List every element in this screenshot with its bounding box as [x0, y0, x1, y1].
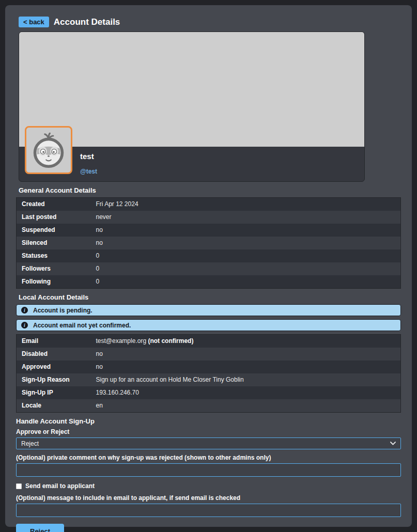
reject-button[interactable]: Reject [16, 524, 64, 532]
table-row: CreatedFri Apr 12 2024 [17, 198, 401, 211]
row-value: en [94, 399, 401, 413]
row-value: no [94, 361, 401, 373]
row-value: 0 [94, 275, 401, 289]
table-row: Approvedno [17, 361, 401, 373]
avatar[interactable] [25, 126, 72, 174]
page-title: Account Details [54, 17, 120, 27]
approve-reject-select[interactable]: Reject [16, 437, 401, 449]
back-button[interactable]: < back [19, 17, 49, 27]
display-name: test [80, 152, 97, 161]
profile-names: test @test [80, 152, 97, 176]
send-email-checkbox[interactable] [16, 483, 22, 489]
row-label: Last posted [17, 211, 94, 224]
account-details-panel: < back Account Details [5, 5, 412, 527]
table-row: Sign-Up IP193.160.246.70 [17, 386, 401, 399]
chevron-down-icon [390, 442, 396, 445]
table-row: Suspendedno [17, 224, 401, 237]
row-label: Statuses [17, 249, 94, 262]
row-value: test@example.org (not confirmed) [94, 335, 401, 348]
row-label: Disabled [17, 348, 94, 361]
row-label: Created [17, 198, 94, 211]
header: < back Account Details [19, 17, 401, 27]
row-value: 0 [94, 262, 401, 275]
notice-text: Account email not yet confirmed. [33, 322, 131, 329]
row-value-emphasis: (not confirmed) [148, 337, 193, 345]
section-title-general: General Account Details [19, 186, 401, 194]
row-label: Sign-Up Reason [17, 373, 94, 386]
table-row: Localeen [17, 399, 401, 413]
row-value: no [94, 224, 401, 237]
info-icon: i [21, 307, 28, 314]
local-details-table: Emailtest@example.org (not confirmed)Dis… [16, 334, 401, 413]
row-label: Email [17, 335, 94, 348]
table-row: Statuses0 [17, 249, 401, 262]
table-row: Sign-Up ReasonSign up for an account on … [17, 373, 401, 386]
info-icon: i [21, 322, 28, 328]
row-label: Silenced [17, 237, 94, 249]
notice-text: Account is pending. [33, 307, 92, 314]
row-value: 193.160.246.70 [94, 386, 401, 399]
notice-account-pending: i Account is pending. [16, 304, 401, 316]
row-label: Followers [17, 262, 94, 275]
table-row: Disabledno [17, 348, 401, 361]
table-row: Followers0 [17, 262, 401, 275]
row-value: never [94, 211, 401, 224]
sloth-avatar-icon [28, 130, 69, 171]
row-label: Approved [17, 361, 94, 373]
private-comment-label: (Optional) private comment on why sign-u… [16, 454, 401, 461]
account-handle-link[interactable]: @test [80, 168, 97, 175]
row-value: 0 [94, 249, 401, 262]
table-row: Silencedno [17, 237, 401, 249]
row-label: Locale [17, 399, 94, 413]
row-label: Following [17, 275, 94, 289]
profile-card: test @test [19, 32, 365, 182]
email-message-input[interactable] [16, 504, 401, 517]
notice-email-unconfirmed: i Account email not yet confirmed. [16, 319, 401, 331]
row-value: Sign up for an account on Hold Me Closer… [94, 373, 401, 386]
table-row: Following0 [17, 275, 401, 289]
general-details-table: CreatedFri Apr 12 2024Last postedneverSu… [16, 197, 401, 289]
private-comment-input[interactable] [16, 463, 401, 477]
section-title-handle-signup: Handle Account Sign-Up [16, 417, 401, 425]
select-value: Reject [21, 440, 39, 447]
email-message-label: (Optional) message to include in email t… [16, 494, 401, 502]
approve-reject-label: Approve or Reject [16, 428, 401, 435]
row-value: no [94, 237, 401, 249]
row-label: Suspended [17, 224, 94, 237]
table-row: Emailtest@example.org (not confirmed) [17, 335, 401, 348]
row-value: Fri Apr 12 2024 [94, 198, 401, 211]
section-title-local: Local Account Details [19, 293, 401, 301]
send-email-row: Send email to applicant [16, 482, 401, 490]
table-row: Last postednever [17, 211, 401, 224]
row-value: no [94, 348, 401, 361]
row-label: Sign-Up IP [17, 386, 94, 399]
send-email-label: Send email to applicant [25, 482, 95, 490]
